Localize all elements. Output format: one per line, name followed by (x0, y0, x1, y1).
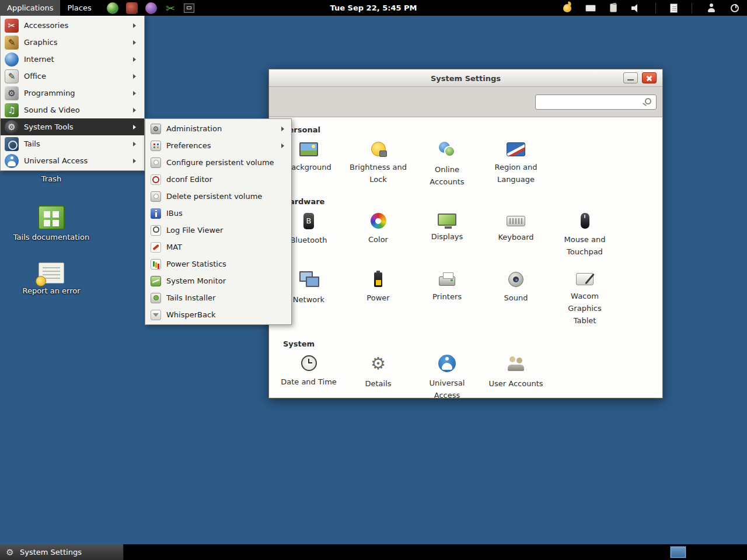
submenu-arrow-icon (133, 108, 138, 113)
taskbar-item-system-settings[interactable]: System Settings (0, 544, 124, 560)
desktop-icon-report-an-error[interactable]: Report an error (13, 262, 89, 295)
submenu-item-dconf-editor[interactable]: dconf Editor (145, 171, 291, 188)
user-icon[interactable] (706, 3, 717, 13)
submenu-item-label: Power Statistics (166, 260, 226, 268)
submenu-item-label: WhisperBack (166, 310, 216, 319)
desktop-icon-label: Tails documentation (13, 233, 89, 242)
displays-icon (438, 214, 456, 226)
system-tools-icon (5, 120, 19, 134)
menu-item-label: Programming (24, 89, 75, 97)
bottom-panel: System Settings (0, 544, 747, 560)
desktop-icon-tails-documentation[interactable]: Tails documentation (13, 205, 89, 242)
submenu-arrow-icon (133, 91, 138, 96)
submenu-item-log-file-viewer[interactable]: Log File Viewer (145, 222, 291, 239)
settings-item-user-accounts[interactable]: User Accounts (484, 354, 548, 390)
settings-item-label: Printers (415, 290, 479, 303)
applications-menu-button[interactable]: Applications (0, 0, 60, 16)
panel-launchers (107, 0, 194, 16)
settings-item-keyboard[interactable]: Keyboard (484, 212, 548, 243)
color-wheel-icon (371, 213, 386, 229)
menu-item-office[interactable]: Office (1, 68, 144, 85)
settings-item-label: Online Accounts (415, 163, 479, 188)
pidgin-icon[interactable] (145, 2, 157, 14)
settings-item-label: Power (346, 292, 410, 304)
minimize-button[interactable] (623, 72, 638, 83)
shutdown-icon[interactable] (731, 4, 739, 12)
tray-separator (692, 3, 692, 13)
submenu-item-mat[interactable]: MAT (145, 239, 291, 256)
settings-item-wacom-graphics-tablet[interactable]: Wacom Graphics Tablet (553, 270, 617, 327)
submenu-arrow-icon (133, 125, 138, 130)
workspace-1[interactable] (670, 546, 686, 558)
settings-item-date-and-time[interactable]: Date and Time (277, 354, 341, 388)
places-menu-button[interactable]: Places (60, 0, 98, 16)
settings-item-label: Details (346, 377, 410, 390)
window-titlebar[interactable]: System Settings (269, 69, 662, 87)
clock[interactable]: Tue Sep 22, 5:45 PM (330, 0, 417, 16)
scissors-icon[interactable] (165, 2, 176, 14)
submenu-item-delete-persistent-volume[interactable]: Delete persistent volume (145, 188, 291, 205)
system-tray (563, 0, 747, 16)
terminal-icon[interactable] (184, 4, 194, 13)
menu-item-sound-and-video[interactable]: Sound & Video (1, 102, 144, 118)
applications-menu: Accessories Graphics Internet Office Pro… (0, 16, 145, 171)
window-toolbar (269, 87, 662, 117)
settings-item-sound[interactable]: Sound (484, 270, 548, 304)
administration-icon (151, 124, 161, 134)
keyboard-layout-icon[interactable] (585, 5, 596, 12)
menu-item-label: Universal Access (24, 156, 88, 165)
submenu-item-power-statistics[interactable]: Power Statistics (145, 256, 291, 272)
settings-item-printers[interactable]: Printers (415, 270, 479, 303)
volume-icon[interactable] (631, 3, 641, 13)
menu-item-accessories[interactable]: Accessories (1, 17, 144, 34)
settings-item-brightness-and-lock[interactable]: Brightness and Lock (346, 140, 410, 186)
settings-content: Personal Background Brightness and Lock … (269, 117, 662, 398)
settings-item-displays[interactable]: Displays (415, 212, 479, 243)
close-button[interactable] (642, 72, 657, 83)
settings-item-color[interactable]: Color (346, 212, 410, 246)
submenu-item-ibus[interactable]: IBus (145, 205, 291, 222)
battery-icon (374, 272, 382, 287)
submenu-item-whisperback[interactable]: WhisperBack (145, 306, 291, 323)
submenu-item-configure-persistent-volume[interactable]: Configure persistent volume (145, 154, 291, 171)
settings-item-details[interactable]: Details (346, 354, 410, 390)
menu-item-universal-access[interactable]: Universal Access (1, 152, 144, 169)
persistent-volume-icon (151, 191, 161, 202)
menu-item-graphics[interactable]: Graphics (1, 34, 144, 51)
submenu-item-system-monitor[interactable]: System Monitor (145, 272, 291, 289)
tor-browser-globe-icon[interactable] (107, 2, 118, 14)
settings-item-universal-access[interactable]: Universal Access (415, 354, 479, 401)
persistent-volume-icon (151, 158, 161, 168)
vidalia-onion-icon[interactable] (563, 4, 571, 12)
tray-separator (655, 3, 656, 13)
email-client-icon[interactable] (126, 2, 138, 14)
menu-item-programming[interactable]: Programming (1, 85, 144, 102)
menu-item-tails[interactable]: Tails (1, 135, 144, 152)
settings-item-label: User Accounts (484, 377, 548, 390)
menu-item-label: Accessories (24, 21, 68, 30)
submenu-item-preferences[interactable]: Preferences (145, 137, 291, 154)
brightness-lock-icon (371, 142, 386, 156)
submenu-item-label: Delete persistent volume (166, 192, 262, 201)
submenu-item-administration[interactable]: Administration (145, 120, 291, 137)
submenu-item-label: System Monitor (166, 276, 226, 285)
clock-icon (301, 355, 317, 371)
search-input[interactable] (535, 94, 657, 110)
speaker-icon (508, 272, 523, 287)
settings-item-region-and-language[interactable]: Region and Language (484, 140, 548, 186)
workspace-switcher[interactable] (670, 546, 686, 558)
mat-brush-icon (151, 242, 161, 253)
settings-item-label: Sound (484, 292, 548, 304)
desktop-icon-label: Trash (41, 174, 61, 183)
menu-item-system-tools[interactable]: System Tools (1, 118, 144, 135)
menu-item-internet[interactable]: Internet (1, 51, 144, 68)
wacom-tablet-icon (576, 273, 594, 285)
settings-item-online-accounts[interactable]: Online Accounts (415, 140, 479, 188)
settings-item-mouse-and-touchpad[interactable]: Mouse and Touchpad (553, 212, 617, 258)
settings-item-power[interactable]: Power (346, 270, 410, 304)
document-icon[interactable] (670, 4, 678, 13)
clipboard-icon[interactable] (610, 4, 617, 12)
submenu-item-tails-installer[interactable]: Tails Installer (145, 289, 291, 306)
universal-access-icon (5, 154, 19, 168)
system-settings-window: System Settings Personal Background Brig… (268, 69, 663, 398)
